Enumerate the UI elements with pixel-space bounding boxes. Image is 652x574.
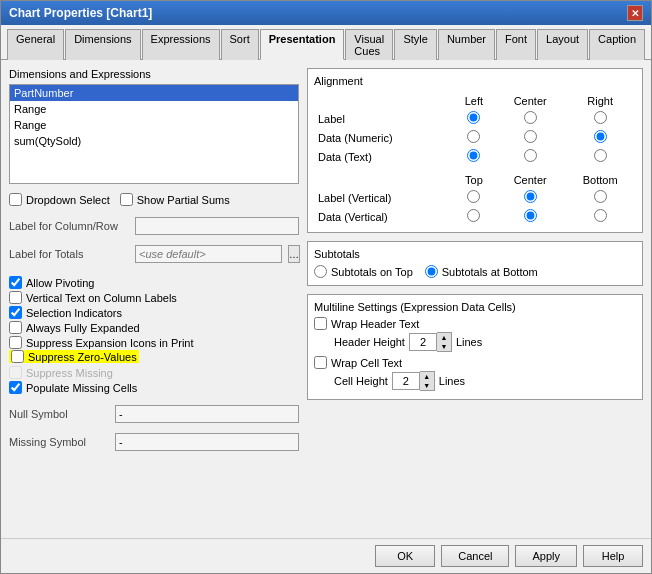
align-data-text-left[interactable]: [452, 147, 496, 166]
dropdown-select-label: Dropdown Select: [26, 194, 110, 206]
subtotals-on-top[interactable]: Subtotals on Top: [314, 264, 413, 279]
align-data-text-label: Data (Text): [314, 147, 452, 166]
tab-general[interactable]: General: [7, 29, 64, 60]
header-height-up-button[interactable]: ▲: [437, 333, 451, 342]
tab-number[interactable]: Number: [438, 29, 495, 60]
suppress-zero-checkbox[interactable]: Suppress Zero-Values: [9, 350, 139, 363]
subtotals-section: Subtotals Subtotals on Top Subtotals at …: [307, 241, 643, 286]
tab-font[interactable]: Font: [496, 29, 536, 60]
cell-height-down-button[interactable]: ▼: [420, 381, 434, 390]
wrap-cell-checkbox[interactable]: [314, 356, 327, 369]
align-label-v-center[interactable]: [496, 188, 565, 207]
allow-pivoting-input[interactable]: [9, 276, 22, 289]
cancel-button[interactable]: Cancel: [441, 545, 509, 567]
show-partial-sums-input[interactable]: [120, 193, 133, 206]
close-button[interactable]: ✕: [627, 5, 643, 21]
tab-dimensions[interactable]: Dimensions: [65, 29, 140, 60]
wrap-header-row: Wrap Header Text: [314, 317, 636, 330]
label-totals-browse-button[interactable]: …: [288, 245, 300, 263]
tab-sort[interactable]: Sort: [221, 29, 259, 60]
allow-pivoting-checkbox[interactable]: Allow Pivoting: [9, 275, 299, 290]
label-totals-input[interactable]: [135, 245, 282, 263]
populate-missing-input[interactable]: [9, 381, 22, 394]
tab-layout[interactable]: Layout: [537, 29, 588, 60]
tab-bar: General Dimensions Expressions Sort Pres…: [1, 25, 651, 60]
align-label-left[interactable]: [452, 109, 496, 128]
suppress-expansion-label: Suppress Expansion Icons in Print: [26, 337, 194, 349]
align-data-v-bottom[interactable]: [564, 207, 636, 226]
align-label-vertical-label: Label (Vertical): [314, 188, 452, 207]
list-item-3[interactable]: sum(QtySold): [10, 133, 298, 149]
selection-indicators-input[interactable]: [9, 306, 22, 319]
suppress-missing-label: Suppress Missing: [26, 367, 113, 379]
align-label-v-top[interactable]: [452, 188, 496, 207]
subtotals-at-bottom-radio[interactable]: [425, 265, 438, 278]
dimensions-label: Dimensions and Expressions: [9, 68, 299, 80]
align-label-label: Label: [314, 109, 452, 128]
dropdown-select-input[interactable]: [9, 193, 22, 206]
vertical-text-input[interactable]: [9, 291, 22, 304]
list-item-2[interactable]: Range: [10, 117, 298, 133]
cell-height-spinner-buttons: ▲ ▼: [420, 371, 435, 391]
label-column-label: Label for Column/Row: [9, 220, 129, 232]
align-data-v-top[interactable]: [452, 207, 496, 226]
cell-height-input[interactable]: [392, 372, 420, 390]
tab-style[interactable]: Style: [394, 29, 436, 60]
list-item-0[interactable]: PartNumber: [10, 85, 298, 101]
align-data-numeric-right[interactable]: [564, 128, 636, 147]
align-data-text-right[interactable]: [564, 147, 636, 166]
null-symbol-label: Null Symbol: [9, 408, 109, 420]
suppress-zero-input[interactable]: [11, 350, 24, 363]
suppress-expansion-input[interactable]: [9, 336, 22, 349]
always-expanded-checkbox[interactable]: Always Fully Expanded: [9, 320, 299, 335]
tab-caption[interactable]: Caption: [589, 29, 645, 60]
align-label-right[interactable]: [564, 109, 636, 128]
populate-missing-checkbox[interactable]: Populate Missing Cells: [9, 380, 299, 395]
align-data-numeric-center[interactable]: [496, 128, 565, 147]
subtotals-at-bottom-label: Subtotals at Bottom: [442, 266, 538, 278]
align-data-v-center[interactable]: [496, 207, 565, 226]
missing-symbol-row: Missing Symbol: [9, 433, 299, 451]
left-panel: Dimensions and Expressions PartNumber Ra…: [9, 68, 299, 530]
tab-presentation[interactable]: Presentation: [260, 29, 345, 60]
suppress-expansion-checkbox[interactable]: Suppress Expansion Icons in Print: [9, 335, 299, 350]
missing-symbol-input[interactable]: [115, 433, 299, 451]
help-button[interactable]: Help: [583, 545, 643, 567]
subtotals-on-top-radio[interactable]: [314, 265, 327, 278]
suppress-missing-checkbox[interactable]: Suppress Missing: [9, 365, 299, 380]
suppress-missing-input[interactable]: [9, 366, 22, 379]
align-bottom-header: Bottom: [564, 172, 636, 188]
dimensions-list[interactable]: PartNumber Range Range sum(QtySold): [9, 84, 299, 184]
tab-expressions[interactable]: Expressions: [142, 29, 220, 60]
selection-indicators-checkbox[interactable]: Selection Indicators: [9, 305, 299, 320]
selection-indicators-label: Selection Indicators: [26, 307, 122, 319]
apply-button[interactable]: Apply: [515, 545, 577, 567]
subtotals-at-bottom[interactable]: Subtotals at Bottom: [425, 264, 538, 279]
alignment-title: Alignment: [314, 75, 636, 87]
null-symbol-input[interactable]: [115, 405, 299, 423]
dropdown-select-checkbox[interactable]: Dropdown Select: [9, 192, 110, 207]
align-label-center[interactable]: [496, 109, 565, 128]
header-height-spinner-buttons: ▲ ▼: [437, 332, 452, 352]
header-height-input[interactable]: [409, 333, 437, 351]
align-label-v-bottom[interactable]: [564, 188, 636, 207]
label-column-input[interactable]: [135, 217, 299, 235]
align-data-numeric-label: Data (Numeric): [314, 128, 452, 147]
wrap-header-checkbox[interactable]: [314, 317, 327, 330]
tab-visual-cues[interactable]: Visual Cues: [345, 29, 393, 60]
show-partial-sums-checkbox[interactable]: Show Partial Sums: [120, 192, 230, 207]
multiline-title: Multiline Settings (Expression Data Cell…: [314, 301, 636, 313]
label-totals-row: Label for Totals …: [9, 245, 299, 263]
ok-button[interactable]: OK: [375, 545, 435, 567]
align-data-numeric-left[interactable]: [452, 128, 496, 147]
window-title: Chart Properties [Chart1]: [9, 6, 152, 20]
vertical-text-label: Vertical Text on Column Labels: [26, 292, 177, 304]
always-expanded-input[interactable]: [9, 321, 22, 334]
chart-properties-window: Chart Properties [Chart1] ✕ General Dime…: [0, 0, 652, 574]
align-data-text-center[interactable]: [496, 147, 565, 166]
header-height-down-button[interactable]: ▼: [437, 342, 451, 351]
list-item-1[interactable]: Range: [10, 101, 298, 117]
alignment-table: Left Center Right Label Data (Numeric): [314, 93, 636, 226]
cell-height-up-button[interactable]: ▲: [420, 372, 434, 381]
vertical-text-checkbox[interactable]: Vertical Text on Column Labels: [9, 290, 299, 305]
